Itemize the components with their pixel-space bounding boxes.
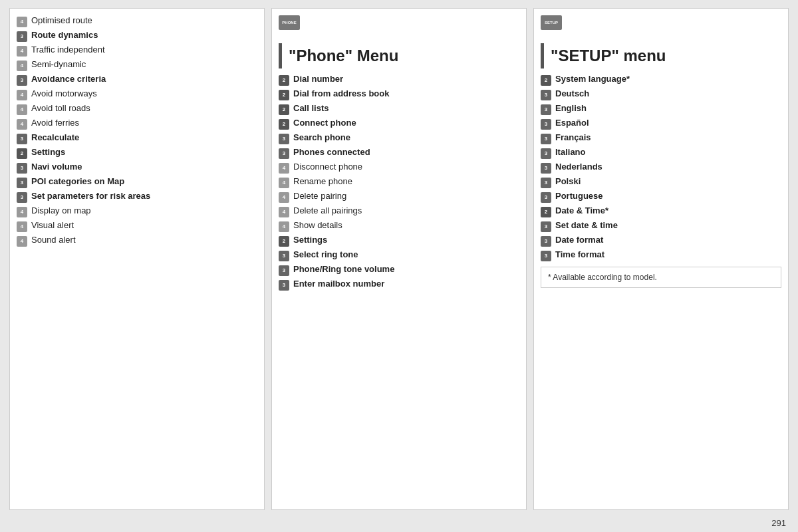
page-number: 291 <box>0 515 798 532</box>
level-badge: 2 <box>541 75 551 86</box>
level-badge: 3 <box>17 192 27 203</box>
level-badge: 4 <box>17 119 27 130</box>
list-item: 3Date format <box>541 235 781 247</box>
list-item: 3Set date & time <box>541 220 781 232</box>
level-badge: 4 <box>17 207 27 217</box>
list-item: 4Semi-dynamic <box>17 59 257 71</box>
level-badge: 2 <box>279 104 289 115</box>
setup-menu-header <box>541 15 781 37</box>
level-badge: 3 <box>541 104 551 115</box>
item-label: English <box>555 103 587 114</box>
item-label: Semi-dynamic <box>31 59 86 70</box>
list-item: 4Display on map <box>17 205 257 217</box>
level-badge: 2 <box>279 236 289 247</box>
item-label: Select ring tone <box>293 249 358 261</box>
setup-menu-title: "SETUP" menu <box>551 47 666 65</box>
list-item: 4Disconnect phone <box>279 162 519 174</box>
item-label: Display on map <box>31 205 91 217</box>
list-item: 3Route dynamics <box>17 30 257 42</box>
list-item: 4Show details <box>279 220 519 232</box>
footnote-text: * Available according to model. <box>548 273 657 282</box>
footnote-box: * Available according to model. <box>541 267 781 288</box>
level-badge: 4 <box>17 46 27 57</box>
level-badge: 3 <box>541 236 551 247</box>
list-item: 2Connect phone <box>279 118 519 130</box>
item-label: Sound alert <box>31 235 76 246</box>
list-item: 3Deutsch <box>541 88 781 100</box>
list-item: 3Phones connected <box>279 147 519 159</box>
item-label: Show details <box>293 220 342 231</box>
level-badge: 4 <box>279 207 289 217</box>
list-item: 4Avoid motorways <box>17 88 257 100</box>
header-bar <box>279 43 282 68</box>
list-item: 4Optimised route <box>17 15 257 27</box>
item-label: Polski <box>555 176 581 188</box>
list-item: 3Avoidance criteria <box>17 74 257 86</box>
list-item: 4Sound alert <box>17 235 257 247</box>
item-label: Avoid toll roads <box>31 103 90 114</box>
item-label: Optimised route <box>31 15 92 27</box>
level-badge: 3 <box>541 134 551 144</box>
level-badge: 3 <box>17 163 27 174</box>
item-label: Search phone <box>293 132 350 144</box>
list-item: 3Español <box>541 118 781 130</box>
item-label: Portuguese <box>555 191 603 202</box>
item-label: Deutsch <box>555 88 589 100</box>
list-item: 3English <box>541 103 781 115</box>
item-label: Phone/Ring tone volume <box>293 264 394 275</box>
col3-item-list: 2System language*3Deutsch3English3Españo… <box>541 74 781 261</box>
list-item: 2System language* <box>541 74 781 86</box>
list-item: 2Date & Time* <box>541 205 781 217</box>
item-label: Dial from address book <box>293 88 389 100</box>
level-badge: 4 <box>279 178 289 188</box>
level-badge: 3 <box>541 221 551 232</box>
item-label: Italiano <box>555 147 586 158</box>
item-label: System language* <box>555 74 630 85</box>
level-badge: 3 <box>541 251 551 261</box>
level-badge: 3 <box>541 148 551 159</box>
item-label: Enter mailbox number <box>293 279 384 290</box>
list-item: 3Nederlands <box>541 162 781 174</box>
level-badge: 4 <box>17 236 27 247</box>
item-label: Avoid ferries <box>31 118 79 129</box>
level-badge: 3 <box>17 178 27 188</box>
item-label: Set date & time <box>555 220 618 231</box>
column-2: "Phone" Menu 2Dial number2Dial from addr… <box>271 8 527 510</box>
list-item: 4Avoid toll roads <box>17 103 257 115</box>
item-label: POI categories on Map <box>31 176 124 188</box>
list-item: 2Dial number <box>279 74 519 86</box>
item-label: Settings <box>293 235 327 246</box>
level-badge: 4 <box>279 192 289 203</box>
item-label: Call lists <box>293 103 329 114</box>
list-item: 3Time format <box>541 249 781 261</box>
list-item: 3Français <box>541 132 781 144</box>
col1-item-list: 4Optimised route3Route dynamics4Traffic … <box>17 15 257 247</box>
phone-menu-header <box>279 15 519 37</box>
item-label: Disconnect phone <box>293 162 362 173</box>
list-item: 3Phone/Ring tone volume <box>279 264 519 276</box>
level-badge: 4 <box>17 104 27 115</box>
item-label: Date format <box>555 235 603 246</box>
level-badge: 4 <box>17 90 27 100</box>
level-badge: 3 <box>541 119 551 130</box>
level-badge: 3 <box>17 31 27 42</box>
item-label: Dial number <box>293 74 343 85</box>
column-1: 4Optimised route3Route dynamics4Traffic … <box>9 8 265 510</box>
level-badge: 2 <box>17 148 27 159</box>
item-label: Avoidance criteria <box>31 74 106 85</box>
item-label: Settings <box>31 147 65 158</box>
list-item: 3Set parameters for risk areas <box>17 191 257 203</box>
list-item: 4Avoid ferries <box>17 118 257 130</box>
list-item: 2Dial from address book <box>279 88 519 100</box>
item-label: Navi volume <box>31 162 82 173</box>
level-badge: 4 <box>17 221 27 232</box>
level-badge: 3 <box>279 134 289 144</box>
level-badge: 3 <box>541 163 551 174</box>
item-label: Traffic independent <box>31 45 105 56</box>
list-item: 3Recalculate <box>17 132 257 144</box>
level-badge: 3 <box>279 265 289 276</box>
list-item: 4Traffic independent <box>17 45 257 57</box>
phone-menu-title-area: "Phone" Menu <box>279 43 519 68</box>
item-label: Set parameters for risk areas <box>31 191 150 202</box>
item-label: Visual alert <box>31 220 74 231</box>
